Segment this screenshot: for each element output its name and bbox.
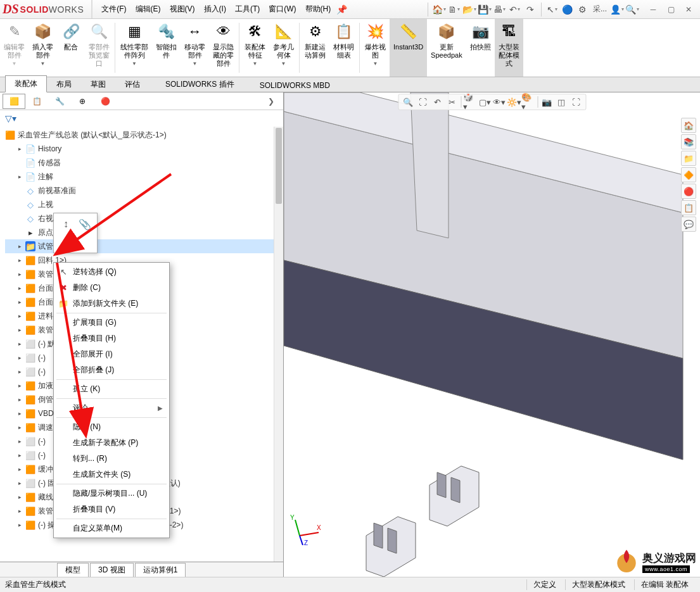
- context-menu-item[interactable]: 📁添加到新文件夹 (E): [54, 296, 169, 312]
- ribbon-instant3d[interactable]: 📏Instant3D: [390, 19, 427, 77]
- user-icon[interactable]: 👤: [610, 3, 624, 16]
- ribbon-tab[interactable]: SOLIDWORKS MBD: [250, 78, 340, 92]
- feature-tree-tab[interactable]: 🟨: [3, 94, 25, 109]
- capture-label[interactable]: 采...: [591, 3, 609, 16]
- tree-scrollbar[interactable]: [274, 127, 283, 562]
- 3d-viewport[interactable]: 🔍 ⛶ ↶ ✂ 🎲▾ ▢▾ 👁▾ 🔆▾ 🎨▾ 📷 ◫ ⛶ 🏠 📚 📁 🔶 🔴 📋…: [284, 92, 700, 577]
- custom-props-icon[interactable]: 💬: [681, 217, 696, 232]
- tree-row[interactable]: ▸📄注解: [5, 170, 283, 184]
- context-menu-item[interactable]: 生成新子装配体 (P): [54, 435, 169, 451]
- resources-icon[interactable]: 📚: [681, 134, 696, 149]
- tree-row[interactable]: ▸📁试管架: [5, 239, 283, 253]
- filter-icon[interactable]: ▽▾: [5, 113, 16, 123]
- menu-item[interactable]: 窗口(W): [265, 1, 300, 17]
- display-tab[interactable]: ⊕: [71, 94, 94, 109]
- pin-icon[interactable]: 📌: [334, 3, 348, 16]
- tree-row[interactable]: ◇右视: [5, 211, 283, 225]
- ribbon-insert-part[interactable]: 📦插入零 部件▼: [29, 19, 57, 77]
- menu-item[interactable]: 插入(I): [200, 1, 230, 17]
- maximize-button[interactable]: ▢: [662, 3, 680, 16]
- context-menu-item[interactable]: 评论▶: [54, 400, 169, 416]
- hide-show-icon[interactable]: 👁▾: [492, 95, 506, 109]
- tree-row[interactable]: ◇上视: [5, 198, 283, 211]
- menu-item[interactable]: 视图(V): [166, 1, 199, 17]
- redo-icon[interactable]: ↷: [523, 3, 537, 16]
- ribbon-speedpak[interactable]: 📦更新 Speedpak: [427, 19, 466, 77]
- ribbon-tab[interactable]: 草图: [81, 76, 115, 92]
- tree-row[interactable]: ◇前视基准面: [5, 184, 283, 198]
- menu-item[interactable]: 文件(F): [98, 1, 130, 17]
- full-screen-icon[interactable]: ⛶: [569, 95, 583, 109]
- perspective-icon[interactable]: ◫: [554, 95, 568, 109]
- ribbon-ref-geom[interactable]: 📐参考几 何体▼: [269, 19, 298, 77]
- ribbon-mate[interactable]: 🔗配合: [57, 19, 85, 77]
- search-icon[interactable]: 🔍: [625, 3, 639, 16]
- options-icon[interactable]: ⚙: [576, 3, 590, 16]
- context-menu-item[interactable]: ↖逆转选择 (Q): [54, 264, 169, 280]
- appearance-tab[interactable]: 🔴: [94, 94, 117, 109]
- panel-collapse-icon[interactable]: ❯: [262, 94, 281, 108]
- isolate-icon[interactable]: ↕: [59, 217, 73, 231]
- context-menu-item[interactable]: 隐藏/显示树项目... (U): [54, 486, 169, 501]
- close-button[interactable]: ✕: [680, 3, 697, 16]
- context-menu-item[interactable]: 折叠项目 (H): [54, 331, 169, 346]
- menu-item[interactable]: 编辑(E): [132, 1, 165, 17]
- zoom-fit-icon[interactable]: 🔍: [401, 95, 415, 109]
- tree-row[interactable]: 📄传感器: [5, 156, 283, 170]
- doc-tab[interactable]: 3D 视图: [90, 563, 134, 577]
- menu-item[interactable]: 帮助(H): [302, 1, 335, 17]
- menu-item[interactable]: 工具(T): [231, 1, 264, 17]
- appearances-icon[interactable]: 📋: [681, 200, 696, 215]
- ribbon-bom[interactable]: 📋材料明 细表: [329, 19, 358, 77]
- tree-row[interactable]: ▸原点: [5, 225, 283, 239]
- home-pane-icon[interactable]: 🏠: [681, 118, 696, 133]
- move-xyz-icon[interactable]: ⤢: [59, 235, 73, 249]
- render-icon[interactable]: 📷: [540, 95, 554, 109]
- config-tab[interactable]: 📋: [25, 94, 48, 109]
- doc-tab[interactable]: 运动算例1: [135, 563, 186, 577]
- design-lib-icon[interactable]: 📁: [681, 151, 696, 166]
- undo-icon[interactable]: ↶: [508, 3, 522, 16]
- ribbon-asm-feat[interactable]: 🛠装配体 特征▼: [241, 19, 269, 77]
- ribbon-tab[interactable]: 装配体: [5, 75, 47, 92]
- context-menu-item[interactable]: 自定义菜单(M): [54, 520, 169, 536]
- context-menu-item[interactable]: 生成新文件夹 (S): [54, 467, 169, 482]
- select-icon[interactable]: ↖: [545, 3, 559, 16]
- appearance-icon[interactable]: 🎨▾: [521, 95, 535, 109]
- ribbon-move[interactable]: ↔移动零 部件▼: [181, 19, 209, 77]
- rebuild-icon[interactable]: 🔵: [561, 3, 575, 16]
- context-menu-item[interactable]: 折叠项目 (V): [54, 501, 169, 517]
- tree-row[interactable]: ▸📄History: [5, 142, 283, 156]
- context-menu-item[interactable]: ✖删除 (C): [54, 280, 169, 296]
- context-menu-item[interactable]: 扩展项目 (G): [54, 315, 169, 331]
- clip-icon[interactable]: 📎: [78, 217, 92, 231]
- scene-icon[interactable]: 🔆▾: [507, 95, 521, 109]
- display-style-icon[interactable]: ▢▾: [478, 95, 492, 109]
- view-orient-icon[interactable]: 🎲▾: [463, 95, 477, 109]
- ribbon-tab[interactable]: SOLIDWORKS 插件: [156, 76, 244, 92]
- ribbon-motion[interactable]: ⚙新建运 动算例: [301, 19, 329, 77]
- doc-tab[interactable]: 模型: [57, 563, 89, 577]
- print-icon[interactable]: 🖶: [493, 3, 507, 16]
- ribbon-large-asm[interactable]: 🏗大型装 配体模 式: [495, 19, 523, 77]
- context-menu-item[interactable]: 孤立 (K): [54, 381, 169, 397]
- zoom-area-icon[interactable]: ⛶: [416, 95, 430, 109]
- ribbon-linear[interactable]: ▦线性零部 件阵列▼: [117, 19, 152, 77]
- prev-view-icon[interactable]: ↶: [430, 95, 444, 109]
- property-tab[interactable]: 🔧: [48, 94, 71, 109]
- minimize-button[interactable]: ─: [644, 3, 662, 16]
- ribbon-exploded[interactable]: 💥爆炸视 图▼: [361, 19, 390, 77]
- ribbon-show-hide[interactable]: 👁显示隐 藏的零 部件: [209, 19, 238, 77]
- file-explorer-icon[interactable]: 🔶: [681, 167, 696, 182]
- new-doc-icon[interactable]: 🗎: [447, 3, 461, 16]
- open-icon[interactable]: 📂: [462, 3, 476, 16]
- ribbon-tab[interactable]: 评估: [115, 76, 150, 92]
- ribbon-smart[interactable]: 🔩智能扣 件: [152, 19, 181, 77]
- context-menu-item[interactable]: 全部折叠 (J): [54, 362, 169, 378]
- save-icon[interactable]: 💾: [478, 3, 492, 16]
- context-menu-item[interactable]: 隐藏 (N): [54, 419, 169, 435]
- section-icon[interactable]: ✂: [445, 95, 459, 109]
- ribbon-snapshot[interactable]: 📷拍快照: [466, 19, 495, 77]
- context-menu-item[interactable]: 转到... (R): [54, 451, 169, 467]
- ribbon-tab[interactable]: 布局: [47, 76, 81, 92]
